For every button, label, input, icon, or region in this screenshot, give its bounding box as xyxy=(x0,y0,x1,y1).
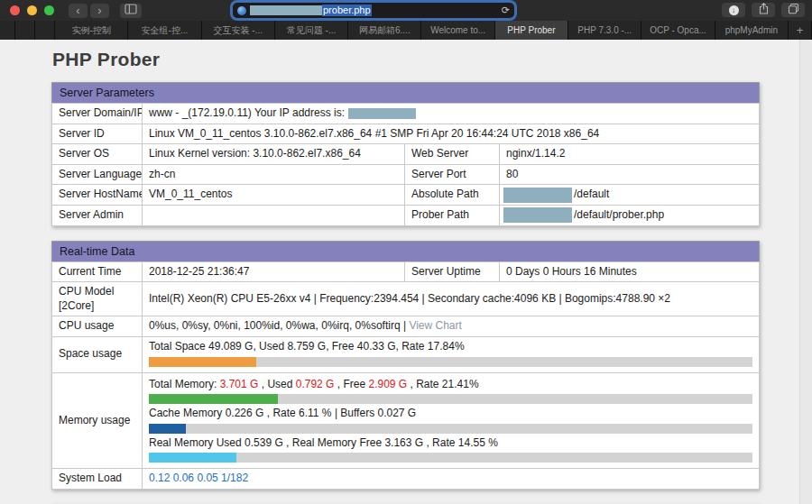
table-row: Server OS Linux Kernel version: 3.10.0-8… xyxy=(52,144,760,165)
real-memory-bar-fill xyxy=(149,453,236,463)
tab-overview-icon xyxy=(788,3,799,17)
forward-button[interactable]: › xyxy=(90,4,109,18)
window-controls xyxy=(0,5,54,15)
server-os-value: Linux Kernel version: 3.10.0-862.el7.x86… xyxy=(143,144,405,165)
tab-collapsed-1[interactable] xyxy=(0,21,15,40)
table-row: Space usage Total Space 49.089 G, Used 8… xyxy=(52,336,760,372)
server-admin-value xyxy=(143,205,405,225)
path-text: /default/prober.php xyxy=(574,208,664,221)
tab-phpmyadmin[interactable]: phpMyAdmin xyxy=(715,21,789,40)
tab-netease-mail[interactable]: 网易邮箱6.... xyxy=(348,21,421,40)
cache-memory-bar-fill xyxy=(149,424,186,434)
new-tab-button[interactable]: + xyxy=(789,21,812,40)
url-text: prober.php xyxy=(322,5,372,16)
tab-faq[interactable]: 常见问题 -... xyxy=(275,21,348,40)
server-parameters-table: Server Parameters Server Domain/IP www -… xyxy=(51,82,760,226)
redacted-path xyxy=(503,207,572,223)
table-row: Server Language zh-cn Server Port 80 xyxy=(52,164,760,185)
table-row: Memory usage Total Memory: 3.701 G , Use… xyxy=(52,372,760,469)
table-row: Server HostName VM_0_11_centos Absolute … xyxy=(52,185,760,206)
tab-php-730[interactable]: PHP 7.3.0 -... xyxy=(568,21,641,40)
tab-php-prober[interactable]: PHP Prober xyxy=(495,21,568,40)
absolute-path-label: Absolute Path xyxy=(405,185,500,206)
php-prober-page: PHP Prober Server Parameters Server Doma… xyxy=(0,40,812,504)
cpu-model-label-line2: [2Core] xyxy=(59,299,135,314)
cpu-usage-label: CPU usage xyxy=(52,316,143,337)
tab-interactive-install[interactable]: 交互安装 -... xyxy=(202,21,275,40)
memory-usage-label: Memory usage xyxy=(52,372,143,469)
tab-welcome[interactable]: Welcome to... xyxy=(421,21,494,40)
redacted-path xyxy=(503,188,572,203)
tab-ocp[interactable]: OCP - Opca... xyxy=(641,21,715,40)
cache-memory-bar xyxy=(149,424,752,434)
space-usage-bar xyxy=(149,357,752,367)
tab-overview-button[interactable] xyxy=(781,3,805,17)
downloads-button[interactable]: ↓ xyxy=(722,3,745,17)
page-title: PHP Prober xyxy=(52,49,812,70)
section-header-real-time-data: Real-time Data xyxy=(52,241,760,261)
table-row: CPU Model[2Core] Intel(R) Xeon(R) CPU E5… xyxy=(52,282,760,316)
tab-security-group[interactable]: 安全组-控... xyxy=(128,21,201,40)
server-admin-label: Server Admin xyxy=(52,205,143,225)
table-row: CPU usage 0%us, 0%sy, 0%ni, 100%id, 0%wa… xyxy=(52,316,760,337)
cpu-model-label-line1: CPU Model xyxy=(59,285,135,299)
server-port-value: 80 xyxy=(500,164,760,185)
close-window-button[interactable] xyxy=(10,5,20,15)
sidebar-toggle-button[interactable] xyxy=(120,4,142,18)
tab-label: OCP - Opca... xyxy=(650,25,706,35)
server-port-label: Server Port xyxy=(405,164,500,185)
prober-path-label: Prober Path xyxy=(405,205,500,225)
scrollbar-track[interactable] xyxy=(799,40,812,504)
space-usage-value: Total Space 49.089 G, Used 8.759 G, Free… xyxy=(143,336,760,372)
domain-text: www - _(172.19.0.11) Your IP address is: xyxy=(149,106,345,119)
cpu-model-label: CPU Model[2Core] xyxy=(52,282,143,316)
current-time-label: Current Time xyxy=(52,261,143,282)
table-row: Server Admin Prober Path /default/prober… xyxy=(52,205,760,225)
space-usage-label: Space usage xyxy=(52,336,143,372)
current-time-value: 2018-12-25 21:36:47 xyxy=(143,261,405,282)
browser-toolbar: ‹ › prober.php ⟳ ↓ xyxy=(0,0,812,21)
download-icon: ↓ xyxy=(729,5,739,15)
tab-label: 实例-控制 xyxy=(71,24,110,37)
web-server-value: nginx/1.14.2 xyxy=(500,144,760,165)
system-load-value: 0.12 0.06 0.05 1/182 xyxy=(143,469,760,490)
memory-usage-value: Total Memory: 3.701 G , Used 0.792 G , F… xyxy=(143,372,760,469)
table-row: Server ID Linux VM_0_11_centos 3.10.0-86… xyxy=(52,124,760,144)
cache-memory-text: Cache Memory 0.226 G , Rate 6.11 % | Buf… xyxy=(149,407,752,421)
table-row: System Load 0.12 0.06 0.05 1/182 xyxy=(52,469,760,490)
tab-instance-console[interactable]: 实例-控制 xyxy=(55,21,128,40)
tab-label: 网易邮箱6.... xyxy=(359,24,411,37)
view-chart-link[interactable]: View Chart xyxy=(409,319,461,332)
server-domain-value: www - _(172.19.0.11) Your IP address is: xyxy=(143,104,760,124)
tab-label: Welcome to... xyxy=(430,25,485,35)
site-favicon-icon xyxy=(237,6,246,15)
space-usage-text: Total Space 49.089 G, Used 8.759 G, Free… xyxy=(149,340,752,354)
server-language-label: Server Language xyxy=(52,164,143,185)
system-load-label: System Load xyxy=(52,469,143,490)
server-hostname-value: VM_0_11_centos xyxy=(143,185,405,206)
fullscreen-window-button[interactable] xyxy=(44,5,54,15)
share-button[interactable] xyxy=(752,3,775,17)
reload-icon[interactable]: ⟳ xyxy=(502,5,510,16)
address-bar[interactable]: prober.php ⟳ xyxy=(233,3,514,18)
real-memory-text: Real Memory Used 0.539 G , Real Memory F… xyxy=(149,436,752,451)
absolute-path-value: /default xyxy=(500,185,760,206)
total-memory-text: Total Memory: 3.701 G , Used 0.792 G , F… xyxy=(149,378,752,392)
server-domain-label: Server Domain/IP xyxy=(52,104,143,124)
section-header-server-parameters: Server Parameters xyxy=(52,83,760,104)
space-usage-bar-fill xyxy=(149,357,256,367)
tab-label: PHP 7.3.0 -... xyxy=(577,25,632,35)
server-os-label: Server OS xyxy=(52,144,143,165)
path-text: /default xyxy=(574,188,609,200)
tab-collapsed-3[interactable] xyxy=(35,21,55,40)
tab-collapsed-2[interactable] xyxy=(15,21,35,40)
back-button[interactable]: ‹ xyxy=(69,4,88,18)
minimize-window-button[interactable] xyxy=(27,5,37,15)
real-time-data-table: Real-time Data Current Time 2018-12-25 2… xyxy=(51,241,760,490)
prober-path-value: /default/prober.php xyxy=(500,205,760,225)
tab-label: 常见问题 -... xyxy=(287,24,336,37)
browser-chrome: ‹ › prober.php ⟳ ↓ xyxy=(0,0,812,40)
real-memory-bar xyxy=(149,453,752,463)
toolbar-right-buttons: ↓ xyxy=(722,3,805,17)
table-row: Current Time 2018-12-25 21:36:47 Server … xyxy=(52,261,760,282)
